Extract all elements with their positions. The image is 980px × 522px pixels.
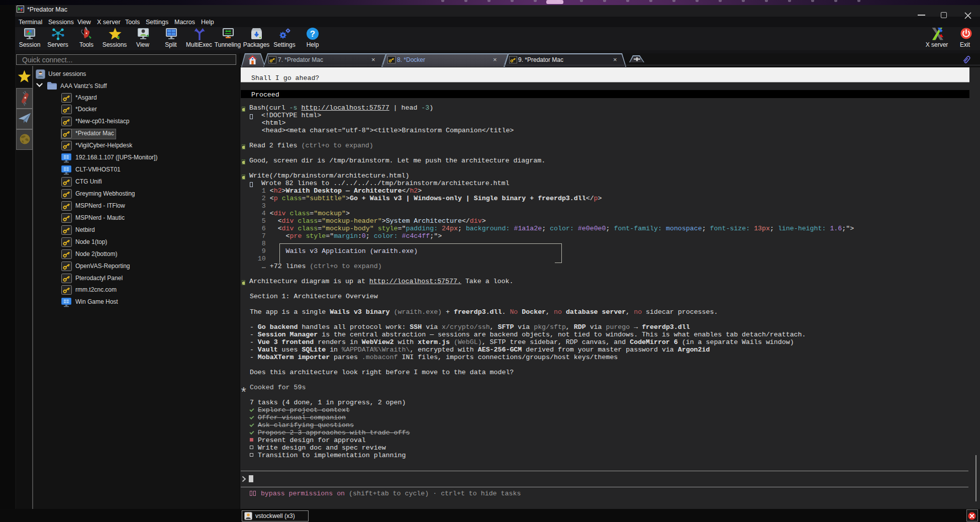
svg-text:?: ? (310, 29, 315, 39)
